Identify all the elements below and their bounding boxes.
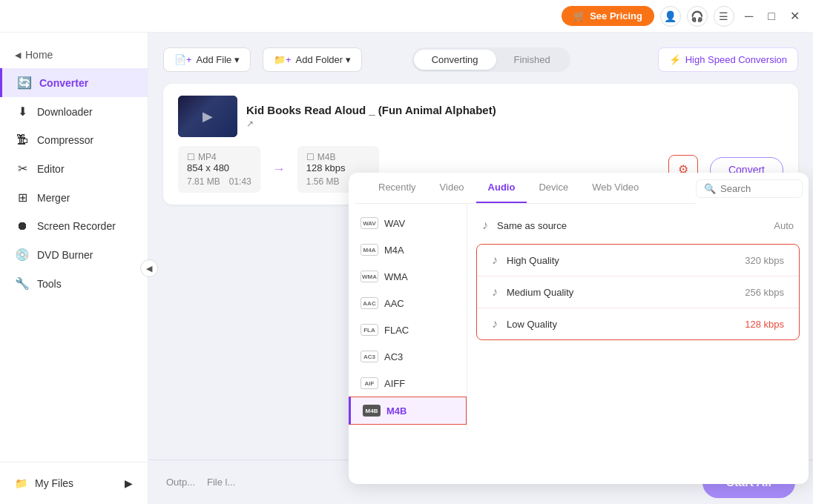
sidebar-item-tools[interactable]: 🔧 Tools bbox=[0, 269, 148, 298]
screen-recorder-label: Screen Recorder bbox=[37, 220, 116, 232]
toolbar: 📄+ Add File ▾ 📁+ Add Folder ▾ Converting… bbox=[163, 47, 798, 72]
format-item-wma[interactable]: WMA WMA bbox=[349, 263, 467, 290]
target-bitrate: 128 kbps bbox=[306, 162, 371, 173]
file-card: Kid Books Read Aloud _ (Fun Animal Alpha… bbox=[163, 84, 798, 205]
tools-label: Tools bbox=[37, 278, 62, 290]
sidebar-item-compressor[interactable]: 🗜 Compressor bbox=[0, 126, 148, 154]
sidebar-item-screen-recorder[interactable]: ⏺ Screen Recorder bbox=[0, 212, 148, 240]
tab-converting[interactable]: Converting bbox=[414, 50, 496, 70]
editor-label: Editor bbox=[37, 163, 65, 175]
converter-icon: 🔄 bbox=[17, 76, 32, 90]
add-folder-label: Add Folder ▾ bbox=[296, 54, 351, 65]
wma-label: WMA bbox=[384, 271, 408, 282]
editor-icon: ✂ bbox=[15, 162, 30, 176]
sidebar-item-dvd-burner[interactable]: 💿 DVD Burner bbox=[0, 240, 148, 269]
file-thumbnail bbox=[178, 96, 237, 137]
quality-box: ♪ High Quality 320 kbps ♪ Medium Quality… bbox=[476, 244, 800, 340]
sidebar-item-downloader[interactable]: ⬇ Downloader bbox=[0, 97, 148, 126]
aiff-icon: AIF bbox=[361, 377, 378, 389]
tab-web-video[interactable]: Web Video bbox=[580, 173, 651, 203]
titlebar: 🛒 See Pricing 👤 🎧 ☰ ─ □ ✕ bbox=[0, 0, 813, 33]
m4a-icon: M4A bbox=[361, 244, 378, 256]
quality-high[interactable]: ♪ High Quality 320 kbps bbox=[477, 245, 799, 276]
format-item-m4b[interactable]: M4B M4B bbox=[349, 397, 467, 425]
source-resolution: 854 x 480 bbox=[187, 162, 251, 173]
my-files-label: My Files bbox=[35, 477, 73, 489]
arrow-icon: → bbox=[266, 162, 292, 177]
search-icon: 🔍 bbox=[704, 183, 716, 194]
m4b-label: M4B bbox=[386, 405, 406, 417]
sidebar: ◀ Home 🔄 Converter ⬇ Downloader 🗜 Compre… bbox=[0, 33, 148, 504]
maximize-button[interactable]: □ bbox=[763, 7, 780, 26]
quality-panel: ♪ Same as source Auto ♪ High Quality 320… bbox=[467, 204, 809, 431]
home-label: Home bbox=[25, 49, 53, 61]
music-note-icon-high: ♪ bbox=[492, 253, 498, 267]
tab-recently[interactable]: Recently bbox=[366, 173, 428, 203]
aiff-label: AIFF bbox=[384, 378, 405, 389]
format-body: WAV WAV M4A M4A WMA WMA AAC AAC bbox=[349, 204, 809, 431]
quality-medium[interactable]: ♪ Medium Quality 256 kbps bbox=[477, 276, 799, 308]
add-file-button[interactable]: 📄+ Add File ▾ bbox=[163, 47, 251, 72]
file-card-header: Kid Books Read Aloud _ (Fun Animal Alpha… bbox=[178, 96, 783, 137]
tab-finished[interactable]: Finished bbox=[496, 50, 568, 70]
source-duration: 01:43 bbox=[229, 176, 251, 187]
ac3-icon: AC3 bbox=[361, 351, 378, 362]
wav-icon: WAV bbox=[361, 217, 378, 229]
menu-icon[interactable]: ☰ bbox=[714, 6, 734, 27]
add-file-icon: 📄+ bbox=[174, 54, 192, 65]
quality-same-as-source[interactable]: ♪ Same as source Auto bbox=[467, 210, 809, 241]
sidebar-item-home[interactable]: ◀ Home bbox=[0, 42, 148, 68]
target-format-icon: ☐ bbox=[306, 152, 315, 162]
m4a-label: M4A bbox=[384, 245, 404, 256]
sidebar-item-converter[interactable]: 🔄 Converter bbox=[0, 68, 148, 97]
tab-video[interactable]: Video bbox=[428, 173, 476, 203]
quality-low[interactable]: ♪ Low Quality 128 kbps bbox=[477, 308, 799, 339]
sidebar-item-merger[interactable]: ⊞ Merger bbox=[0, 183, 148, 212]
my-files-icon: 📁 bbox=[15, 477, 27, 489]
format-item-flac[interactable]: FLA FLAC bbox=[349, 316, 467, 343]
format-tabs-row: Recently Video Audio Device Web Video 🔍 bbox=[349, 173, 809, 204]
ac3-label: AC3 bbox=[384, 351, 403, 362]
format-item-ac3[interactable]: AC3 AC3 bbox=[349, 343, 467, 370]
add-file-label: Add File ▾ bbox=[197, 54, 240, 65]
cart-icon: 🛒 bbox=[573, 10, 585, 21]
music-note-icon-medium: ♪ bbox=[492, 285, 498, 299]
m4b-icon: M4B bbox=[363, 405, 381, 417]
sidebar-collapse-button[interactable]: ◀ bbox=[140, 259, 158, 277]
format-item-aac[interactable]: AAC AAC bbox=[349, 290, 467, 316]
file-info: Kid Books Read Aloud _ (Fun Animal Alpha… bbox=[246, 104, 496, 130]
merger-label: Merger bbox=[37, 192, 70, 204]
headset-icon[interactable]: 🎧 bbox=[687, 6, 708, 27]
tab-device[interactable]: Device bbox=[527, 173, 580, 203]
sidebar-bottom: 📁 My Files ▶ bbox=[0, 462, 148, 504]
high-speed-button[interactable]: ⚡ High Speed Conversion bbox=[658, 47, 798, 72]
compressor-icon: 🗜 bbox=[15, 133, 30, 147]
format-item-wav[interactable]: WAV WAV bbox=[349, 210, 467, 236]
compressor-label: Compressor bbox=[37, 134, 93, 146]
downloader-label: Downloader bbox=[37, 106, 93, 118]
see-pricing-button[interactable]: 🛒 See Pricing bbox=[562, 6, 654, 26]
search-box: 🔍 bbox=[696, 179, 803, 198]
wma-icon: WMA bbox=[361, 271, 378, 282]
format-item-m4a[interactable]: M4A M4A bbox=[349, 236, 467, 263]
source-format-label: MP4 bbox=[198, 152, 217, 162]
chevron-left-icon: ◀ bbox=[15, 50, 21, 60]
user-icon[interactable]: 👤 bbox=[660, 6, 681, 27]
search-input[interactable] bbox=[720, 183, 794, 194]
sidebar-item-editor[interactable]: ✂ Editor bbox=[0, 154, 148, 183]
add-folder-button[interactable]: 📁+ Add Folder ▾ bbox=[263, 47, 362, 72]
format-item-aiff[interactable]: AIF AIFF bbox=[349, 370, 467, 397]
format-list: WAV WAV M4A M4A WMA WMA AAC AAC bbox=[349, 204, 467, 431]
target-size: 1.56 MB bbox=[306, 176, 340, 187]
close-button[interactable]: ✕ bbox=[786, 6, 804, 26]
see-pricing-label: See Pricing bbox=[590, 10, 642, 21]
minimize-button[interactable]: ─ bbox=[740, 7, 757, 26]
tab-audio[interactable]: Audio bbox=[476, 173, 527, 203]
music-note-icon-same: ♪ bbox=[482, 219, 488, 232]
external-link-icon[interactable]: ↗ bbox=[246, 119, 254, 129]
converter-label: Converter bbox=[39, 77, 88, 89]
aac-icon: AAC bbox=[361, 297, 378, 309]
format-dropdown: Recently Video Audio Device Web Video 🔍 … bbox=[349, 173, 809, 484]
music-note-icon-low: ♪ bbox=[492, 317, 498, 331]
sidebar-item-my-files[interactable]: 📁 My Files ▶ bbox=[0, 470, 148, 497]
